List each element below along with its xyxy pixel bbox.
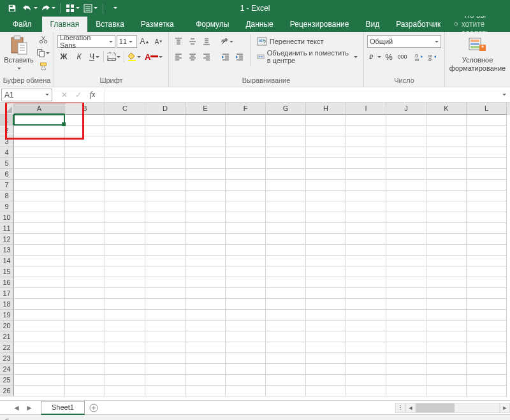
cell[interactable] <box>386 299 426 310</box>
cell[interactable] <box>426 234 467 245</box>
cell[interactable] <box>14 386 65 396</box>
column-header[interactable]: A <box>14 103 65 115</box>
cell[interactable] <box>467 375 507 386</box>
cell[interactable] <box>226 353 266 364</box>
cell[interactable] <box>346 266 386 277</box>
cell[interactable] <box>186 136 226 147</box>
cell[interactable] <box>186 277 226 288</box>
cell[interactable] <box>346 353 386 364</box>
cell[interactable] <box>426 266 467 277</box>
cell[interactable] <box>426 277 467 288</box>
cell[interactable] <box>65 147 105 158</box>
cell[interactable] <box>346 223 386 234</box>
cell[interactable] <box>467 331 507 342</box>
cell[interactable] <box>105 321 145 331</box>
cell[interactable] <box>226 147 266 158</box>
cell[interactable] <box>426 364 467 375</box>
cell[interactable] <box>386 147 426 158</box>
cell[interactable] <box>467 364 507 375</box>
cell[interactable] <box>145 342 186 353</box>
cell[interactable] <box>386 180 426 191</box>
cell[interactable] <box>266 375 306 386</box>
cell[interactable] <box>386 245 426 256</box>
row-header[interactable]: 21 <box>0 331 14 342</box>
format-painter-button[interactable] <box>37 60 50 73</box>
qat-btn-1[interactable] <box>64 1 81 15</box>
cell[interactable] <box>105 299 145 310</box>
cell[interactable] <box>306 115 346 126</box>
cell[interactable] <box>226 115 266 126</box>
cell[interactable] <box>226 364 266 375</box>
cell[interactable] <box>186 299 226 310</box>
tab-developer[interactable]: Разработчик <box>388 17 449 32</box>
cell[interactable] <box>105 223 145 234</box>
column-header[interactable]: I <box>346 103 386 115</box>
cell[interactable] <box>467 169 507 180</box>
cell[interactable] <box>65 342 105 353</box>
row-header[interactable]: 11 <box>0 223 14 234</box>
cell[interactable] <box>186 201 226 212</box>
cell[interactable] <box>426 136 467 147</box>
cell[interactable] <box>186 375 226 386</box>
cell[interactable] <box>467 126 507 136</box>
cell[interactable] <box>306 321 346 331</box>
row-header[interactable]: 14 <box>0 256 14 266</box>
cell[interactable] <box>14 288 65 299</box>
cell[interactable] <box>226 191 266 201</box>
cell[interactable] <box>14 245 65 256</box>
cell[interactable] <box>306 191 346 201</box>
cell[interactable] <box>306 364 346 375</box>
cell[interactable] <box>105 277 145 288</box>
cell[interactable] <box>186 223 226 234</box>
cell[interactable] <box>226 212 266 223</box>
cell[interactable] <box>186 115 226 126</box>
cell[interactable] <box>306 299 346 310</box>
cell[interactable] <box>14 169 65 180</box>
fill-color-button[interactable] <box>127 50 142 63</box>
cell[interactable] <box>426 353 467 364</box>
row-header[interactable]: 16 <box>0 277 14 288</box>
column-header[interactable]: E <box>186 103 226 115</box>
tab-home[interactable]: Главная <box>42 17 88 32</box>
cell[interactable] <box>467 353 507 364</box>
cell[interactable] <box>186 386 226 396</box>
cell[interactable] <box>266 256 306 266</box>
cell[interactable] <box>65 375 105 386</box>
cell[interactable] <box>14 201 65 212</box>
tab-formulas[interactable]: Формулы <box>187 17 237 32</box>
cell[interactable] <box>65 310 105 321</box>
align-center-button[interactable] <box>186 50 199 63</box>
cell[interactable] <box>467 191 507 201</box>
font-color-button[interactable]: A <box>144 50 163 63</box>
cell[interactable] <box>145 180 186 191</box>
cell[interactable] <box>186 147 226 158</box>
cell[interactable] <box>306 375 346 386</box>
scroll-track[interactable] <box>416 403 500 413</box>
row-header[interactable]: 19 <box>0 310 14 321</box>
cell[interactable] <box>145 364 186 375</box>
cell[interactable] <box>266 126 306 136</box>
cell[interactable] <box>346 375 386 386</box>
cell[interactable] <box>14 266 65 277</box>
cell[interactable] <box>14 136 65 147</box>
cell[interactable] <box>105 147 145 158</box>
cell[interactable] <box>386 386 426 396</box>
cell[interactable] <box>306 234 346 245</box>
cell[interactable] <box>346 288 386 299</box>
cell[interactable] <box>386 169 426 180</box>
cell[interactable] <box>426 331 467 342</box>
copy-button[interactable] <box>36 47 50 59</box>
cell[interactable] <box>226 136 266 147</box>
row-header[interactable]: 3 <box>0 136 14 147</box>
cell[interactable] <box>65 364 105 375</box>
cell[interactable] <box>14 191 65 201</box>
cell[interactable] <box>226 386 266 396</box>
cell[interactable] <box>14 375 65 386</box>
row-header[interactable]: 15 <box>0 266 14 277</box>
sheet-nav-prev-button[interactable]: ◄ <box>10 402 23 414</box>
cell[interactable] <box>14 115 65 126</box>
cell[interactable] <box>14 126 65 136</box>
cell[interactable] <box>346 201 386 212</box>
cell[interactable] <box>306 223 346 234</box>
cell[interactable] <box>426 245 467 256</box>
